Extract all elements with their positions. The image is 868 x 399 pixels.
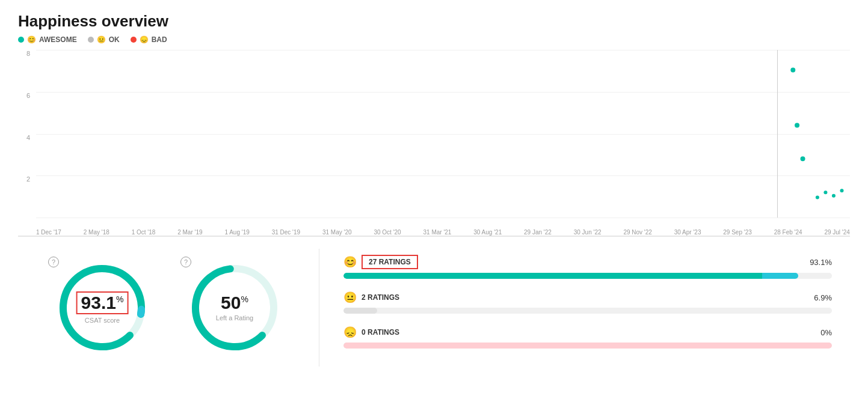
y-label-6: 6 xyxy=(18,92,30,99)
x-label-15: 28 Feb '24 xyxy=(774,229,802,236)
rating-ok-pct: 6.9% xyxy=(805,293,832,302)
rating-bad-label: 0 RATINGS xyxy=(362,328,399,337)
csat-gauge: ? 93.1% CSAT score xyxy=(54,260,150,356)
csat-value: 93.1% xyxy=(81,293,124,312)
chart-x-axis: 1 Dec '17 2 May '18 1 Oct '18 2 Mar '19 … xyxy=(36,229,850,236)
x-label-9: 30 Aug '21 xyxy=(473,229,502,236)
ratings-section: 😊 27 RATINGS 93.1% 😐 2 RATINGS 6.9% xyxy=(319,249,850,367)
rating-bad-bar-container xyxy=(343,343,832,349)
x-label-14: 29 Sep '23 xyxy=(723,229,752,236)
csat-gauge-wrapper: 93.1% CSAT score xyxy=(54,260,150,356)
y-label-8: 8 xyxy=(18,50,30,57)
x-label-5: 31 Dec '19 xyxy=(272,229,301,236)
rating-awesome-bar xyxy=(343,273,798,279)
rating-awesome-emoji: 😊 xyxy=(343,255,357,269)
rating-gauge: ? 50% Left a Rating xyxy=(186,260,283,356)
rating-bad-bar xyxy=(343,343,832,349)
legend-item-bad: 😞 BAD xyxy=(131,35,167,44)
chart-point-5 xyxy=(823,190,827,194)
rating-gauge-wrapper: 50% Left a Rating xyxy=(186,260,283,356)
legend-item-ok: 😐 OK xyxy=(88,35,120,44)
page-container: Happiness overview 😊 AWESOME 😐 OK 😞 BAD … xyxy=(0,0,868,379)
rating-ok-bar-container xyxy=(343,308,832,314)
gauges-section: ? 93.1% CSAT score xyxy=(18,249,319,367)
rating-ok-label: 2 RATINGS xyxy=(362,293,399,302)
x-label-8: 31 Mar '21 xyxy=(423,229,452,236)
chart-svg xyxy=(36,50,850,218)
x-label-3: 2 Mar '19 xyxy=(177,229,202,236)
csat-highlight-box: 93.1% xyxy=(76,291,129,314)
y-label-4: 4 xyxy=(18,134,30,141)
legend-item-awesome: 😊 AWESOME xyxy=(18,35,77,44)
x-label-2: 1 Oct '18 xyxy=(132,229,156,236)
x-label-0: 1 Dec '17 xyxy=(36,229,61,236)
chart-y-axis: 8 6 4 2 xyxy=(18,50,36,218)
legend-awesome-emoji: 😊 xyxy=(27,35,36,44)
x-label-6: 31 May '20 xyxy=(322,229,352,236)
legend-dot-ok xyxy=(88,37,94,43)
rating-bad-emoji: 😞 xyxy=(343,326,357,339)
page-title: Happiness overview xyxy=(18,12,850,31)
rating-center-text: 50% Left a Rating xyxy=(216,294,253,321)
chart-point-6 xyxy=(832,194,836,198)
rating-awesome-label[interactable]: 27 RATINGS xyxy=(362,255,418,269)
chart-legend: 😊 AWESOME 😐 OK 😞 BAD xyxy=(18,35,850,44)
happiness-chart: 8 6 4 2 xyxy=(18,50,850,236)
x-label-13: 30 Apr '23 xyxy=(674,229,701,236)
x-label-7: 30 Oct '20 xyxy=(374,229,401,236)
chart-point-7 xyxy=(840,189,843,192)
x-label-16: 29 Jul '24 xyxy=(824,229,850,236)
rating-help-icon[interactable]: ? xyxy=(180,257,191,267)
rating-bad-pct: 0% xyxy=(805,328,832,337)
csat-sup: % xyxy=(116,294,123,304)
csat-help-icon[interactable]: ? xyxy=(48,257,59,267)
rating-ok-header: 😐 2 RATINGS 6.9% xyxy=(343,291,832,304)
rating-awesome-bar-container xyxy=(343,273,832,279)
legend-dot-bad xyxy=(131,37,137,43)
legend-bad-label: BAD xyxy=(152,35,167,44)
rating-value: 50% xyxy=(221,293,248,312)
legend-bad-emoji: 😞 xyxy=(140,35,149,44)
chart-point-1 xyxy=(790,67,795,72)
chart-point-3 xyxy=(801,156,805,161)
grid-line-0 xyxy=(36,218,850,218)
rating-bad-wrapper: 😞 0 RATINGS 0% xyxy=(343,326,832,349)
rating-ok-emoji: 😐 xyxy=(343,291,357,304)
rating-ok-wrapper: 😐 2 RATINGS 6.9% xyxy=(343,291,832,314)
x-label-11: 30 Jun '22 xyxy=(574,229,602,236)
csat-center-text: 93.1% CSAT score xyxy=(76,291,129,324)
chart-point-2 xyxy=(795,123,799,128)
bottom-section: ? 93.1% CSAT score xyxy=(18,236,850,367)
legend-dot-awesome xyxy=(18,37,24,43)
x-label-1: 2 May '18 xyxy=(84,229,109,236)
csat-label: CSAT score xyxy=(76,317,129,324)
legend-ok-emoji: 😐 xyxy=(97,35,106,44)
rating-label: Left a Rating xyxy=(216,314,253,321)
rating-awesome-wrapper: 😊 27 RATINGS 93.1% xyxy=(343,255,832,279)
rating-bad-header: 😞 0 RATINGS 0% xyxy=(343,326,832,339)
rating-ok-bar xyxy=(343,308,377,314)
y-label-2: 2 xyxy=(18,175,30,183)
rating-awesome-header: 😊 27 RATINGS 93.1% xyxy=(343,255,832,269)
rating-awesome-pct: 93.1% xyxy=(805,258,832,267)
x-label-10: 29 Jan '22 xyxy=(524,229,552,236)
chart-grid xyxy=(36,50,850,218)
legend-awesome-label: AWESOME xyxy=(39,35,77,44)
legend-ok-label: OK xyxy=(109,35,120,44)
rating-sup: % xyxy=(241,294,248,304)
chart-point-4 xyxy=(816,196,819,200)
x-label-12: 29 Nov '22 xyxy=(623,229,652,236)
x-label-4: 1 Aug '19 xyxy=(224,229,249,236)
